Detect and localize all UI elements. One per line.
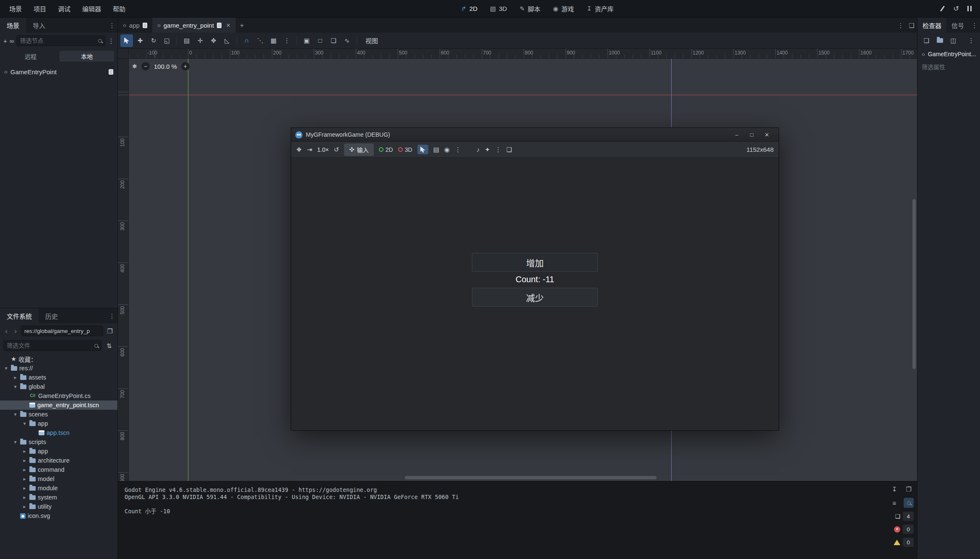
minimize-window-button[interactable]: – [729, 128, 744, 142]
attached-script-icon[interactable] [109, 69, 113, 75]
more-options-icon[interactable]: ⋮ [495, 146, 501, 153]
move-tool[interactable]: ✚ [134, 34, 146, 47]
tree-down-arrow[interactable]: ▾ [13, 384, 18, 390]
nav-back-icon[interactable]: ‹ [3, 328, 10, 335]
file-tree-item[interactable]: ▸system [0, 493, 117, 502]
file-tree-item[interactable]: ▸module [0, 484, 117, 493]
file-tree-item[interactable]: C#GameEntryPoint.cs [0, 391, 117, 400]
camera-override-3d[interactable]: 3D [398, 146, 412, 153]
increase-button[interactable]: 增加 [472, 253, 598, 272]
decrease-button[interactable]: 减少 [472, 288, 598, 307]
warnings-badge[interactable]: 0 [894, 538, 914, 547]
debug-options-icon[interactable]: ✦ [485, 146, 490, 153]
scene-tree-menu-icon[interactable]: ⋮ [108, 36, 114, 46]
camera-override-2d[interactable]: 2D [379, 146, 393, 153]
tree-down-arrow[interactable]: ▾ [3, 365, 9, 371]
tree-down-arrow[interactable]: ▾ [13, 411, 18, 417]
file-tree-item[interactable]: ▸assets [0, 373, 117, 382]
tree-right-arrow[interactable]: ▸ [22, 467, 27, 473]
debug-tool-button[interactable] [939, 5, 945, 12]
zoom-in-button[interactable]: + [181, 62, 190, 70]
menubar-item[interactable]: 编辑器 [76, 0, 107, 18]
rotate-tool[interactable]: ↻ [147, 34, 160, 47]
workspace-assetlib[interactable]: ↧资产库 [586, 4, 614, 13]
scene-tabs-menu-icon[interactable]: ⋮ [895, 18, 906, 33]
tree-right-arrow[interactable]: ▸ [22, 448, 27, 454]
canvas-vertical-scrollbar[interactable] [912, 199, 916, 369]
file-filter-input[interactable] [7, 342, 92, 349]
input-mode-button[interactable]: ✜ 输入 [344, 143, 374, 156]
menubar-item[interactable]: 项目 [28, 0, 52, 18]
tree-right-arrow[interactable]: ▸ [22, 458, 27, 463]
menubar-item[interactable]: 调试 [52, 0, 76, 18]
unlock-tool[interactable]: □ [314, 34, 326, 47]
add-node-button[interactable]: + [3, 36, 7, 46]
workspace-2d[interactable]: ↱2D [461, 5, 477, 12]
filesystem-menu-icon[interactable]: ⋮ [107, 308, 117, 323]
toggle-split-mode-icon[interactable]: ❐ [105, 326, 115, 336]
scene-tree-item[interactable]: ○GameEntryPoint [0, 66, 117, 77]
file-tree-item[interactable]: ▾app [0, 419, 117, 428]
workspace-script[interactable]: ✎脚本 [519, 4, 540, 13]
tree-right-arrow[interactable]: ▸ [22, 476, 27, 482]
new-scene-tab-icon[interactable]: + [236, 18, 248, 33]
group-tool[interactable]: ❏ [327, 34, 340, 47]
tab-import[interactable]: 导入 [26, 18, 52, 33]
tab-scene[interactable]: 场景 [0, 18, 26, 33]
canvas-horizontal-scrollbar[interactable] [405, 476, 657, 479]
pick-options-icon[interactable]: ⋮ [455, 146, 461, 153]
tree-down-arrow[interactable]: ▾ [13, 439, 18, 445]
tree-right-arrow[interactable]: ▸ [22, 504, 27, 510]
game-window-titlebar[interactable]: MyGFrameworkGame (DEBUG) – □ ✕ [291, 128, 779, 142]
tab-signals[interactable]: 信号 [946, 18, 969, 33]
scene-dock-menu-icon[interactable]: ⋮ [107, 18, 117, 33]
workspace-3d[interactable]: ▧3D [490, 5, 507, 12]
snap-menu-tool[interactable]: ⋮ [281, 34, 293, 47]
file-tree-item[interactable]: ★收藏： [0, 354, 117, 364]
file-tree-item[interactable]: ▸utility [0, 502, 117, 511]
lock-tool[interactable]: ▣ [300, 34, 313, 47]
file-tree-item[interactable]: ▾scenes [0, 410, 117, 419]
close-tab-icon[interactable]: ✕ [226, 23, 231, 28]
select-tool[interactable] [120, 34, 133, 47]
maximize-window-button[interactable]: □ [744, 128, 759, 142]
scene-tab-app[interactable]: ○app [118, 18, 152, 33]
snap-tool[interactable]: ∩ [240, 34, 253, 47]
file-tree-item[interactable]: ▸command [0, 465, 117, 474]
debug-session-icon[interactable]: ❖ [296, 146, 302, 153]
file-tree-item[interactable]: app.tscn [0, 428, 117, 437]
nav-forward-icon[interactable]: › [12, 328, 19, 335]
scene-filter-input[interactable] [20, 37, 96, 44]
grid-snap-tool[interactable]: ▦ [267, 34, 280, 47]
errors-badge[interactable]: ✕ 0 [894, 525, 914, 534]
bone-tool[interactable]: ∿ [341, 34, 353, 47]
search-log-icon[interactable] [904, 498, 914, 508]
center-view-icon[interactable]: ✱ [132, 63, 137, 69]
next-frame-icon[interactable]: ⇥ [307, 146, 312, 153]
restart-game-icon[interactable]: ↺ [334, 146, 339, 153]
tree-right-arrow[interactable]: ▸ [22, 494, 27, 500]
file-tree-item[interactable]: ▸model [0, 474, 117, 484]
new-resource-icon[interactable]: ❏ [922, 35, 931, 45]
workspace-game[interactable]: ◉游戏 [553, 4, 574, 13]
view-menu-button[interactable]: 视图 [360, 36, 383, 45]
inspector-menu-icon[interactable]: ⋮ [969, 18, 980, 33]
tree-right-arrow[interactable]: ▸ [13, 374, 18, 380]
inspector-filter[interactable]: 筛选属性 [917, 60, 980, 73]
file-tree-item[interactable]: ▸architecture [0, 456, 117, 465]
scale-tool[interactable]: ◱ [161, 34, 173, 47]
tree-right-arrow[interactable]: ▸ [22, 485, 27, 491]
script-icon[interactable] [143, 23, 147, 28]
tab-inspector[interactable]: 检查器 [917, 18, 946, 33]
zoom-out-button[interactable]: − [141, 62, 150, 70]
file-tree-item[interactable]: icon.svg [0, 511, 117, 520]
tree-down-arrow[interactable]: ▾ [22, 421, 27, 426]
file-tree-item[interactable]: ▾scripts [0, 437, 117, 447]
file-tree-item[interactable]: game_entry_point.tscn [0, 400, 117, 410]
messages-badge[interactable]: ❏ 4 [895, 512, 914, 521]
close-window-button[interactable]: ✕ [759, 128, 774, 142]
expand-viewport-icon[interactable]: ❑ [906, 18, 917, 33]
smart-snap-tool[interactable]: ⋱ [254, 34, 266, 47]
pause-button[interactable] [967, 6, 972, 11]
menubar-item[interactable]: 场景 [3, 0, 28, 18]
